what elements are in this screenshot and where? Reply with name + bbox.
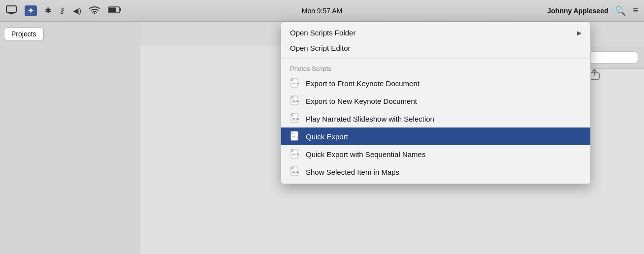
menu-section-scripts: Photos Scripts NFLOW Export to Front Key… xyxy=(281,59,590,184)
menubar-time: Mon 9:57 AM xyxy=(302,7,343,15)
script-doc-icon-4: NFLOW xyxy=(290,131,301,142)
menu-item-label: Export to Front Keynote Document xyxy=(306,79,419,88)
projects-button[interactable]: Projects xyxy=(4,28,44,40)
battery-icon[interactable] xyxy=(108,6,122,15)
svg-rect-17 xyxy=(291,114,293,116)
script-doc-icon-3: NFLOW xyxy=(290,113,301,124)
key-icon[interactable]: ⚷ xyxy=(59,6,65,15)
script-doc-icon-1: NFLOW xyxy=(290,78,301,89)
menu-item-label: Quick Export xyxy=(306,132,348,141)
menu-item-open-scripts-folder[interactable]: Open Scripts Folder ▶ xyxy=(281,25,590,40)
menubar-left: ✦ ✱ ⚷ ◀) xyxy=(6,5,122,16)
svg-text:NFLOW: NFLOW xyxy=(292,135,299,138)
svg-rect-11 xyxy=(292,85,296,85)
script-doc-icon-5: NFLOW xyxy=(290,149,301,159)
svg-rect-27 xyxy=(292,156,296,156)
menu-item-quick-export-sequential[interactable]: NFLOW Quick Export with Sequential Names xyxy=(281,145,590,163)
menu-item-label: Export to New Keynote Document xyxy=(306,97,417,105)
menu-item-play-narrated[interactable]: NFLOW Play Narrated Slideshow with Selec… xyxy=(281,110,590,127)
svg-text:NFLOW: NFLOW xyxy=(292,82,299,85)
svg-rect-23 xyxy=(292,138,296,138)
menu-item-export-front-keynote[interactable]: NFLOW Export to Front Keynote Document xyxy=(281,74,590,92)
spotlight-icon[interactable]: 🔍 xyxy=(615,5,626,16)
main-content: 🔍 Search ▶ + Open Scripts Folder xyxy=(140,22,644,254)
svg-text:NFLOW: NFLOW xyxy=(292,171,299,173)
svg-rect-1 xyxy=(6,6,16,12)
svg-text:NFLOW: NFLOW xyxy=(292,118,299,120)
menu-item-show-selected-maps[interactable]: NFLOW Show Selected Item in Maps xyxy=(281,163,590,181)
script-doc-icon-6: NFLOW xyxy=(290,166,301,177)
menubar-username: Johnny Appleseed xyxy=(547,7,609,15)
notification-center-icon[interactable]: ≡ xyxy=(633,5,638,16)
photos-scripts-label: Photos Scripts xyxy=(281,62,590,74)
menu-item-label: Show Selected Item in Maps xyxy=(306,168,399,176)
svg-rect-19 xyxy=(292,120,296,121)
svg-text:NFLOW: NFLOW xyxy=(292,153,299,156)
svg-rect-4 xyxy=(109,8,116,12)
svg-rect-25 xyxy=(291,149,293,152)
svg-rect-29 xyxy=(291,167,293,169)
svg-rect-9 xyxy=(291,78,293,81)
airplay-icon[interactable] xyxy=(6,5,17,16)
menu-item-open-script-editor[interactable]: Open Script Editor xyxy=(281,40,590,56)
menu-item-label: Quick Export with Sequential Names xyxy=(306,150,425,159)
dropdown-menu: Open Scripts Folder ▶ Open Script Editor… xyxy=(281,22,591,184)
script-doc-icon-2: NFLOW xyxy=(290,95,301,106)
svg-rect-13 xyxy=(291,96,293,98)
svg-text:NFLOW: NFLOW xyxy=(292,100,299,102)
svg-point-2 xyxy=(94,13,96,14)
svg-rect-5 xyxy=(120,8,122,11)
menubar: ✦ ✱ ⚷ ◀) Mon 9:57 AM Johnny Ap xyxy=(0,0,644,22)
sidebar: Projects xyxy=(0,22,140,254)
menu-item-quick-export[interactable]: NFLOW Quick Export xyxy=(281,127,590,145)
app-area: Projects 🔍 Search ▶ + xyxy=(0,22,644,254)
svg-rect-21 xyxy=(291,131,293,134)
svg-rect-31 xyxy=(292,173,296,174)
volume-icon[interactable]: ◀) xyxy=(73,6,81,15)
svg-rect-15 xyxy=(292,102,296,103)
menubar-center: Mon 9:57 AM xyxy=(302,7,343,15)
menu-item-label: Play Narrated Slideshow with Selection xyxy=(306,115,434,123)
menu-item-export-new-keynote[interactable]: NFLOW Export to New Keynote Document xyxy=(281,92,590,110)
wifi-icon[interactable] xyxy=(89,6,100,15)
menubar-right: Johnny Appleseed 🔍 ≡ xyxy=(547,5,638,16)
scripts-icon[interactable]: ✦ xyxy=(25,5,37,16)
menu-section-top: Open Scripts Folder ▶ Open Script Editor xyxy=(281,22,590,59)
bluetooth-icon[interactable]: ✱ xyxy=(45,6,51,15)
submenu-arrow-icon: ▶ xyxy=(577,30,581,36)
